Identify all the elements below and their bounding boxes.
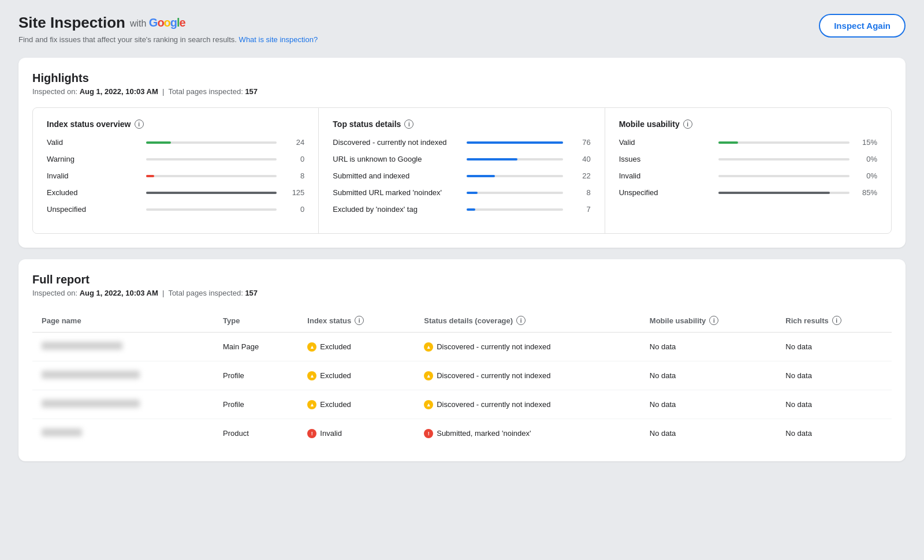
table-cell-page-name: [32, 390, 214, 419]
table-cell-status-details: !Submitted, marked 'noindex': [415, 419, 640, 448]
page-subtitle: Find and fix issues that affect your sit…: [18, 35, 318, 44]
highlights-title: Highlights: [32, 72, 892, 85]
index-warning-row: Warning 0: [47, 155, 304, 163]
top-status-col: Top status details i Discovered - curren…: [319, 108, 605, 233]
top-status-row-1: Discovered - currently not indexed 76: [333, 138, 590, 147]
mobile-usability-col-info-icon[interactable]: i: [709, 316, 718, 325]
highlights-card: Highlights Inspected on: Aug 1, 2022, 10…: [18, 58, 906, 248]
index-valid-row: Valid 24: [47, 138, 304, 147]
mobile-usability-info-icon[interactable]: i: [683, 120, 692, 129]
table-cell-rich-results: No data: [776, 390, 892, 419]
page-name-blurred: [42, 342, 122, 350]
top-status-row-4: Submitted URL marked 'noindex' 8: [333, 188, 590, 197]
table-cell-page-name: [32, 361, 214, 390]
col-type: Type: [214, 309, 298, 333]
warning-icon: ▲: [424, 342, 433, 352]
index-status-col: Index status overview i Valid 24 Warning…: [33, 108, 319, 233]
warning-icon: ▲: [424, 371, 433, 380]
table-cell-index-status: ▲Excluded: [298, 390, 415, 419]
error-icon: !: [307, 429, 316, 438]
table-cell-rich-results: No data: [776, 333, 892, 361]
table-cell-type: Profile: [214, 390, 298, 419]
table-cell-rich-results: No data: [776, 419, 892, 448]
col-mobile-usability: Mobile usability i: [640, 309, 777, 333]
table-cell-page-name: [32, 333, 214, 361]
error-icon: !: [424, 429, 433, 438]
table-cell-index-status: ▲Excluded: [298, 333, 415, 361]
table-cell-type: Main Page: [214, 333, 298, 361]
table-cell-status-details: ▲Discovered - currently not indexed: [415, 390, 640, 419]
top-status-row-2: URL is unknown to Google 40: [333, 155, 590, 163]
google-logo: Google: [149, 16, 185, 29]
mobile-usability-col: Mobile usability i Valid 15% Issues 0% I…: [605, 108, 891, 233]
index-excluded-row: Excluded 125: [47, 188, 304, 197]
table-cell-mobile-usability: No data: [640, 361, 777, 390]
full-report-card: Full report Inspected on: Aug 1, 2022, 1…: [18, 259, 906, 461]
mobile-unspecified-row: Unspecified 85%: [619, 188, 877, 197]
index-status-title: Index status overview i: [47, 120, 304, 129]
page-name-blurred: [42, 428, 82, 436]
table-cell-type: Product: [214, 419, 298, 448]
table-row[interactable]: Profile▲Excluded▲Discovered - currently …: [32, 390, 892, 419]
with-google-text: with Google: [130, 16, 185, 29]
col-status-details: Status details (coverage) i: [415, 309, 640, 333]
table-cell-index-status: !Invalid: [298, 419, 415, 448]
warning-icon: ▲: [307, 371, 316, 380]
index-invalid-row: Invalid 8: [47, 171, 304, 180]
index-unspecified-row: Unspecified 0: [47, 205, 304, 214]
mobile-valid-row: Valid 15%: [619, 138, 877, 147]
table-row[interactable]: Product!Invalid!Submitted, marked 'noind…: [32, 419, 892, 448]
table-cell-status-details: ▲Discovered - currently not indexed: [415, 361, 640, 390]
full-report-meta: Inspected on: Aug 1, 2022, 10:03 AM | To…: [32, 289, 892, 297]
table-header-row: Page name Type Index status i Status det…: [32, 309, 892, 333]
table-cell-status-details: ▲Discovered - currently not indexed: [415, 333, 640, 361]
table-cell-index-status: ▲Excluded: [298, 361, 415, 390]
index-status-col-info-icon[interactable]: i: [355, 316, 364, 325]
page-title: Site Inspection with Google: [18, 14, 318, 32]
mobile-invalid-row: Invalid 0%: [619, 171, 877, 180]
table-row[interactable]: Main Page▲Excluded▲Discovered - currentl…: [32, 333, 892, 361]
table-cell-page-name: [32, 419, 214, 448]
page-name-blurred: [42, 400, 140, 408]
warning-icon: ▲: [307, 400, 316, 409]
warning-icon: ▲: [424, 400, 433, 409]
index-status-info-icon[interactable]: i: [135, 120, 144, 129]
status-details-col-info-icon[interactable]: i: [516, 316, 526, 325]
top-status-row-3: Submitted and indexed 22: [333, 171, 590, 180]
full-report-title: Full report: [32, 273, 892, 286]
table-cell-mobile-usability: No data: [640, 333, 777, 361]
col-rich-results: Rich results i: [776, 309, 892, 333]
table-cell-type: Profile: [214, 361, 298, 390]
table-cell-mobile-usability: No data: [640, 390, 777, 419]
top-status-info-icon[interactable]: i: [404, 120, 413, 129]
highlights-meta: Inspected on: Aug 1, 2022, 10:03 AM | To…: [32, 87, 892, 96]
col-index-status: Index status i: [298, 309, 415, 333]
table-row[interactable]: Profile▲Excluded▲Discovered - currently …: [32, 361, 892, 390]
what-is-inspection-link[interactable]: What is site inspection?: [239, 35, 318, 44]
top-status-row-5: Excluded by 'noindex' tag 7: [333, 205, 590, 214]
highlights-grid: Index status overview i Valid 24 Warning…: [32, 107, 892, 234]
page-header: Site Inspection with Google Find and fix…: [18, 14, 906, 44]
mobile-issues-row: Issues 0%: [619, 155, 877, 163]
report-table: Page name Type Index status i Status det…: [32, 309, 892, 447]
rich-results-col-info-icon[interactable]: i: [832, 316, 841, 325]
warning-icon: ▲: [307, 342, 316, 352]
table-cell-mobile-usability: No data: [640, 419, 777, 448]
table-cell-rich-results: No data: [776, 361, 892, 390]
col-page-name: Page name: [32, 309, 214, 333]
title-area: Site Inspection with Google Find and fix…: [18, 14, 318, 44]
page-name-blurred: [42, 371, 140, 379]
top-status-title: Top status details i: [333, 120, 590, 129]
mobile-usability-title: Mobile usability i: [619, 120, 877, 129]
inspect-again-button[interactable]: Inspect Again: [819, 14, 906, 38]
